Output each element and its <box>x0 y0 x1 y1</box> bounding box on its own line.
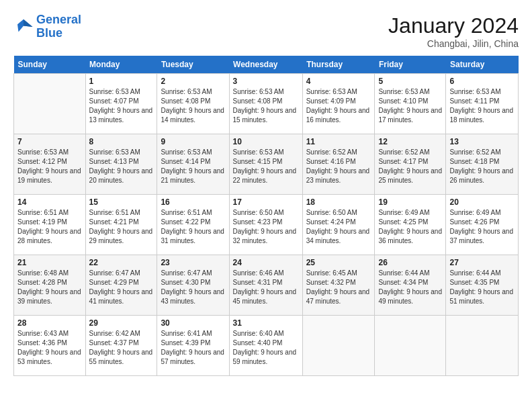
calendar-cell: 6Sunrise: 6:53 AMSunset: 4:11 PMDaylight… <box>446 74 519 134</box>
day-number: 5 <box>378 77 442 86</box>
calendar-cell: 29Sunrise: 6:42 AMSunset: 4:37 PMDayligh… <box>85 316 157 376</box>
calendar-cell: 22Sunrise: 6:47 AMSunset: 4:29 PMDayligh… <box>85 255 157 316</box>
calendar-cell: 27Sunrise: 6:44 AMSunset: 4:35 PMDayligh… <box>446 255 519 316</box>
day-info: Sunrise: 6:49 AMSunset: 4:25 PMDaylight:… <box>378 208 442 246</box>
day-number: 24 <box>233 258 299 267</box>
header-friday: Friday <box>375 56 446 74</box>
day-number: 17 <box>233 197 299 207</box>
day-number: 26 <box>378 258 442 267</box>
day-info: Sunrise: 6:44 AMSunset: 4:35 PMDaylight:… <box>449 269 515 306</box>
page-header: General Blue January 2024 Changbai, Jili… <box>13 13 519 49</box>
day-info: Sunrise: 6:45 AMSunset: 4:32 PMDaylight:… <box>306 269 371 306</box>
calendar-cell: 5Sunrise: 6:53 AMSunset: 4:10 PMDaylight… <box>375 74 446 134</box>
calendar-cell: 18Sunrise: 6:50 AMSunset: 4:24 PMDayligh… <box>302 195 375 255</box>
calendar-cell: 2Sunrise: 6:53 AMSunset: 4:08 PMDaylight… <box>157 74 229 134</box>
day-number: 21 <box>17 258 82 267</box>
calendar-cell: 14Sunrise: 6:51 AMSunset: 4:19 PMDayligh… <box>14 195 86 255</box>
calendar-cell <box>14 74 86 134</box>
day-info: Sunrise: 6:52 AMSunset: 4:17 PMDaylight:… <box>378 148 442 185</box>
day-info: Sunrise: 6:53 AMSunset: 4:11 PMDaylight:… <box>449 87 515 125</box>
calendar-cell: 4Sunrise: 6:53 AMSunset: 4:09 PMDaylight… <box>302 74 375 134</box>
calendar-cell: 9Sunrise: 6:53 AMSunset: 4:14 PMDaylight… <box>157 134 229 195</box>
calendar-cell: 20Sunrise: 6:49 AMSunset: 4:26 PMDayligh… <box>446 195 519 255</box>
day-number: 3 <box>233 77 299 86</box>
day-info: Sunrise: 6:50 AMSunset: 4:24 PMDaylight:… <box>306 208 371 246</box>
day-number: 22 <box>89 258 154 267</box>
day-info: Sunrise: 6:50 AMSunset: 4:23 PMDaylight:… <box>233 208 299 246</box>
calendar-week-row: 21Sunrise: 6:48 AMSunset: 4:28 PMDayligh… <box>14 255 519 316</box>
day-number: 4 <box>306 77 371 86</box>
calendar-cell: 24Sunrise: 6:46 AMSunset: 4:31 PMDayligh… <box>229 255 302 316</box>
day-number: 28 <box>17 318 82 328</box>
calendar-cell: 7Sunrise: 6:53 AMSunset: 4:12 PMDaylight… <box>14 134 86 195</box>
calendar-cell: 16Sunrise: 6:51 AMSunset: 4:22 PMDayligh… <box>157 195 229 255</box>
day-info: Sunrise: 6:51 AMSunset: 4:21 PMDaylight:… <box>89 208 154 246</box>
calendar-cell: 11Sunrise: 6:52 AMSunset: 4:16 PMDayligh… <box>302 134 375 195</box>
logo: General Blue <box>13 13 81 40</box>
day-number: 11 <box>306 137 371 146</box>
day-info: Sunrise: 6:53 AMSunset: 4:08 PMDaylight:… <box>233 87 299 125</box>
day-info: Sunrise: 6:53 AMSunset: 4:14 PMDaylight:… <box>161 148 225 185</box>
header-tuesday: Tuesday <box>157 56 229 74</box>
calendar-week-row: 14Sunrise: 6:51 AMSunset: 4:19 PMDayligh… <box>14 195 519 255</box>
calendar-cell: 3Sunrise: 6:53 AMSunset: 4:08 PMDaylight… <box>229 74 302 134</box>
day-number: 15 <box>89 197 154 207</box>
day-info: Sunrise: 6:46 AMSunset: 4:31 PMDaylight:… <box>233 269 299 306</box>
day-info: Sunrise: 6:53 AMSunset: 4:08 PMDaylight:… <box>161 87 225 125</box>
calendar-cell <box>302 316 375 376</box>
day-info: Sunrise: 6:53 AMSunset: 4:12 PMDaylight:… <box>17 148 82 185</box>
header-wednesday: Wednesday <box>229 56 302 74</box>
day-info: Sunrise: 6:41 AMSunset: 4:39 PMDaylight:… <box>161 329 225 367</box>
day-number: 14 <box>17 197 82 207</box>
day-info: Sunrise: 6:48 AMSunset: 4:28 PMDaylight:… <box>17 269 82 306</box>
calendar-cell: 28Sunrise: 6:43 AMSunset: 4:36 PMDayligh… <box>14 316 86 376</box>
day-number: 18 <box>306 197 371 207</box>
calendar-cell: 19Sunrise: 6:49 AMSunset: 4:25 PMDayligh… <box>375 195 446 255</box>
day-number: 9 <box>161 137 225 146</box>
day-info: Sunrise: 6:53 AMSunset: 4:15 PMDaylight:… <box>233 148 299 185</box>
header-thursday: Thursday <box>302 56 375 74</box>
header-monday: Monday <box>85 56 157 74</box>
calendar-cell: 13Sunrise: 6:52 AMSunset: 4:18 PMDayligh… <box>446 134 519 195</box>
day-number: 23 <box>161 258 225 267</box>
calendar-cell: 15Sunrise: 6:51 AMSunset: 4:21 PMDayligh… <box>85 195 157 255</box>
calendar-cell: 10Sunrise: 6:53 AMSunset: 4:15 PMDayligh… <box>229 134 302 195</box>
svg-marker-1 <box>24 19 33 27</box>
day-info: Sunrise: 6:44 AMSunset: 4:34 PMDaylight:… <box>378 269 442 306</box>
calendar-cell: 25Sunrise: 6:45 AMSunset: 4:32 PMDayligh… <box>302 255 375 316</box>
day-number: 12 <box>378 137 442 146</box>
day-info: Sunrise: 6:52 AMSunset: 4:18 PMDaylight:… <box>449 148 515 185</box>
day-info: Sunrise: 6:52 AMSunset: 4:16 PMDaylight:… <box>306 148 371 185</box>
day-info: Sunrise: 6:53 AMSunset: 4:10 PMDaylight:… <box>378 87 442 125</box>
calendar-cell: 1Sunrise: 6:53 AMSunset: 4:07 PMDaylight… <box>85 74 157 134</box>
title-block: January 2024 Changbai, Jilin, China <box>388 13 519 49</box>
month-year-title: January 2024 <box>388 13 519 38</box>
calendar-cell: 8Sunrise: 6:53 AMSunset: 4:13 PMDaylight… <box>85 134 157 195</box>
day-info: Sunrise: 6:47 AMSunset: 4:29 PMDaylight:… <box>89 269 154 306</box>
calendar-cell: 30Sunrise: 6:41 AMSunset: 4:39 PMDayligh… <box>157 316 229 376</box>
day-number: 2 <box>161 77 225 86</box>
day-number: 30 <box>161 318 225 328</box>
calendar-cell: 23Sunrise: 6:47 AMSunset: 4:30 PMDayligh… <box>157 255 229 316</box>
day-info: Sunrise: 6:53 AMSunset: 4:07 PMDaylight:… <box>89 87 154 125</box>
day-info: Sunrise: 6:40 AMSunset: 4:40 PMDaylight:… <box>233 329 299 367</box>
location-subtitle: Changbai, Jilin, China <box>388 38 519 49</box>
day-number: 10 <box>233 137 299 146</box>
day-info: Sunrise: 6:47 AMSunset: 4:30 PMDaylight:… <box>161 269 225 306</box>
header-sunday: Sunday <box>14 56 86 74</box>
day-number: 29 <box>89 318 154 328</box>
day-number: 8 <box>89 137 154 146</box>
calendar-cell: 12Sunrise: 6:52 AMSunset: 4:17 PMDayligh… <box>375 134 446 195</box>
day-info: Sunrise: 6:51 AMSunset: 4:22 PMDaylight:… <box>161 208 225 246</box>
calendar-cell <box>375 316 446 376</box>
day-number: 1 <box>89 77 154 86</box>
calendar-table: SundayMondayTuesdayWednesdayThursdayFrid… <box>13 56 519 376</box>
calendar-week-row: 28Sunrise: 6:43 AMSunset: 4:36 PMDayligh… <box>14 316 519 376</box>
calendar-cell: 26Sunrise: 6:44 AMSunset: 4:34 PMDayligh… <box>375 255 446 316</box>
day-number: 25 <box>306 258 371 267</box>
logo-icon <box>13 17 34 37</box>
day-info: Sunrise: 6:43 AMSunset: 4:36 PMDaylight:… <box>17 329 82 367</box>
calendar-cell: 31Sunrise: 6:40 AMSunset: 4:40 PMDayligh… <box>229 316 302 376</box>
day-number: 31 <box>233 318 299 328</box>
calendar-header-row: SundayMondayTuesdayWednesdayThursdayFrid… <box>14 56 519 74</box>
